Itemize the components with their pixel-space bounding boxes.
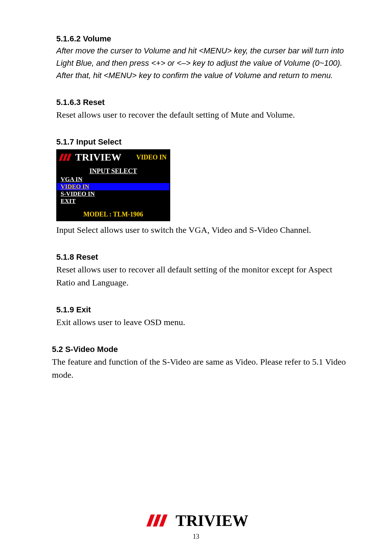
heading-reset-all: 5.1.8 Reset [56, 251, 352, 263]
osd-source-label: VIDEO IN [136, 154, 167, 161]
osd-menu-list: VGA IN VIDEO IN S-VIDEO IN EXIT [57, 176, 170, 205]
body-reset-all: Reset allows user to recover all default… [56, 263, 352, 289]
body-svideo-mode: The feature and function of the S-Video … [52, 355, 352, 381]
page-number: 13 [0, 533, 392, 540]
osd-model-label: MODEL : TLM-1906 [57, 208, 170, 220]
footer-brand-text: TRIVIEW [176, 511, 249, 530]
heading-input-select: 5.1.7 Input Select [56, 136, 352, 148]
osd-item-svideo[interactable]: S-VIDEO IN [57, 190, 170, 198]
osd-logo-group: TRIVIEW [58, 151, 122, 163]
osd-item-exit[interactable]: EXIT [57, 198, 170, 205]
osd-item-video[interactable]: VIDEO IN [57, 183, 170, 190]
osd-item-vga[interactable]: VGA IN [57, 176, 170, 183]
triview-slash-icon [144, 513, 172, 528]
body-volume: After move the curser to Volume and hit … [56, 45, 352, 82]
osd-brand-text: TRIVIEW [75, 151, 122, 163]
body-input-select: Input Select allows user to switch the V… [56, 223, 352, 236]
osd-panel: TRIVIEW VIDEO IN INPUT SELECT VGA IN VID… [56, 149, 170, 221]
heading-svideo-mode: 5.2 S-Video Mode [52, 343, 352, 355]
osd-header: TRIVIEW VIDEO IN [57, 150, 170, 163]
heading-volume: 5.1.6.2 Volume [56, 33, 352, 45]
manual-page: 5.1.6.2 Volume After move the curser to … [0, 0, 392, 555]
body-reset-audio: Reset allows user to recover the default… [56, 108, 352, 121]
osd-menu-title: INPUT SELECT [57, 166, 170, 176]
footer-logo-group: TRIVIEW [144, 511, 249, 530]
heading-reset-audio: 5.1.6.3 Reset [56, 96, 352, 108]
page-footer: TRIVIEW 13 [0, 511, 392, 541]
triview-slash-icon [58, 153, 73, 162]
heading-exit: 5.1.9 Exit [56, 304, 352, 316]
body-exit: Exit allows user to leave OSD menu. [56, 316, 352, 329]
